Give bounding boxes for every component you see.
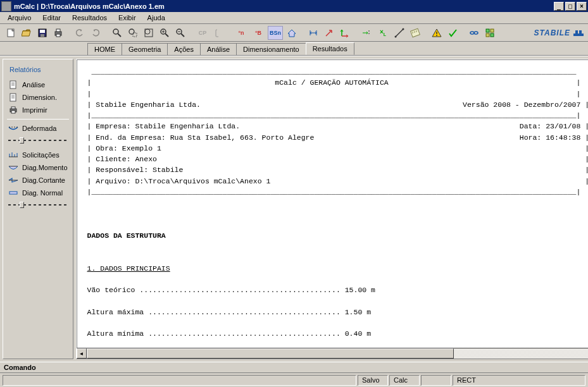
menu-resultados[interactable]: Resultados [67, 13, 112, 23]
grid-icon[interactable] [483, 26, 497, 40]
horizontal-scrollbar[interactable]: ◄ ► [77, 348, 588, 359]
tab-home[interactable]: HOME [87, 43, 122, 55]
undo-icon[interactable] [73, 26, 87, 40]
bar-b-icon[interactable]: °B [251, 26, 266, 40]
menu-arquivo[interactable]: Arquivo [3, 13, 36, 23]
deformada-icon [8, 124, 18, 133]
check-icon[interactable] [446, 26, 460, 40]
open-icon[interactable] [20, 26, 34, 40]
status-bar: Salvo Calc RECT [0, 373, 588, 387]
svg-point-29 [395, 35, 397, 37]
svg-point-30 [403, 28, 404, 30]
redo-icon[interactable] [89, 26, 103, 40]
print-icon[interactable] [51, 26, 65, 40]
zoom-icon[interactable] [110, 26, 124, 40]
scroll-left-icon[interactable]: ◄ [77, 348, 87, 359]
svg-rect-43 [573, 34, 584, 36]
svg-point-37 [470, 32, 474, 34]
app-icon [1, 1, 11, 11]
sidebar-item-solicitacoes[interactable]: Solicitações [6, 149, 70, 161]
save-icon[interactable] [35, 26, 49, 40]
tab-dimensionamento[interactable]: Dimensionamento [236, 43, 306, 55]
sidebar-item-label: Dimension. [22, 94, 57, 101]
sidebar-item-deformada[interactable]: Deformada [6, 122, 70, 135]
svg-rect-46 [10, 81, 16, 89]
svg-rect-65 [9, 192, 17, 194]
svg-rect-42 [491, 34, 494, 37]
measure-icon[interactable] [392, 26, 406, 40]
slider-deformada[interactable] [8, 136, 68, 145]
sidebar-item-label: Imprimir [22, 106, 47, 114]
status-cell-rect: RECT [453, 375, 585, 386]
toolbar: CP °n °B BSn ×L STABILE [0, 24, 588, 42]
brand-icon [573, 29, 584, 37]
sidebar-item-diag-cortante[interactable]: Diag.Cortante [6, 174, 70, 187]
zoom-in-icon[interactable] [158, 26, 172, 40]
sidebar-item-label: Diag. Normal [22, 189, 63, 197]
axis-icon[interactable] [338, 26, 352, 40]
normal-icon [8, 188, 18, 197]
doc-icon [8, 93, 18, 102]
menu-ajuda[interactable]: Ajuda [142, 13, 170, 23]
sidebar-item-label: Diag.Momento [22, 164, 68, 171]
transfer-icon[interactable] [360, 26, 373, 40]
status-cell-main [3, 375, 356, 386]
svg-line-28 [396, 29, 403, 37]
svg-rect-6 [56, 34, 60, 37]
tab-geometria[interactable]: Geometria [122, 43, 168, 55]
content-area: ________________________________________… [76, 59, 588, 359]
sidebar-item-analise[interactable]: Análise [6, 78, 70, 91]
xl-icon[interactable]: ×L [375, 26, 391, 40]
svg-rect-40 [491, 29, 494, 32]
scroll-thumb-h[interactable] [87, 348, 454, 359]
command-label: Comando [4, 364, 36, 371]
sidebar-heading: Relatórios [6, 63, 70, 78]
status-cell-salvo: Salvo [358, 375, 388, 386]
title-bar: mCalc | D:\Troca\Arquivos mCalc\Anexo 1.… [0, 0, 588, 12]
cp-icon[interactable]: CP [195, 26, 210, 40]
distance-icon[interactable] [306, 26, 320, 40]
zoom-window-icon[interactable] [126, 26, 140, 40]
maximize-button[interactable]: □ [565, 2, 575, 11]
close-button[interactable]: × [577, 2, 587, 11]
svg-rect-39 [486, 29, 489, 32]
momento-icon [8, 163, 18, 172]
menu-exibir[interactable]: Exibir [113, 13, 141, 23]
slider-diagrams[interactable] [8, 200, 68, 209]
svg-point-11 [145, 29, 150, 34]
svg-line-23 [326, 30, 332, 36]
bsn-icon[interactable]: BSn [268, 26, 283, 40]
cortante-icon [8, 176, 18, 185]
house-icon[interactable] [285, 26, 299, 40]
svg-point-7 [113, 29, 118, 34]
tab-resultados[interactable]: Resultados [306, 42, 354, 55]
node-n-icon[interactable]: °n [234, 26, 249, 40]
tab-analise[interactable]: Análise [200, 43, 237, 55]
move-arrow-icon[interactable] [322, 26, 336, 40]
svg-rect-5 [56, 29, 60, 32]
warning-icon[interactable] [430, 26, 444, 40]
new-icon[interactable] [4, 26, 18, 40]
sidebar-item-diag-momento[interactable]: Diag.Momento [6, 161, 70, 174]
ruler-icon[interactable] [408, 26, 422, 40]
status-cell-calc: Calc [389, 375, 420, 386]
svg-rect-44 [575, 30, 578, 34]
svg-rect-50 [10, 94, 16, 101]
tab-acoes[interactable]: Ações [167, 43, 201, 55]
minimize-button[interactable]: _ [554, 2, 564, 11]
link-icon[interactable] [467, 26, 481, 40]
solicitacoes-icon [8, 150, 18, 159]
menu-editar[interactable]: Editar [37, 13, 66, 23]
sidebar-item-imprimir[interactable]: Imprimir [6, 104, 70, 116]
sidebar-item-diag-normal[interactable]: Diag. Normal [6, 187, 70, 199]
sidebar-item-label: Análise [22, 81, 45, 89]
svg-line-18 [181, 34, 184, 37]
printer-icon [8, 106, 18, 114]
svg-rect-31 [411, 28, 420, 37]
zoom-out-icon[interactable] [173, 26, 187, 40]
tab-strip: HOME Geometria Ações Análise Dimensionam… [0, 42, 588, 56]
clip-icon[interactable] [212, 26, 226, 40]
zoom-all-icon[interactable] [142, 26, 156, 40]
command-bar[interactable]: Comando [0, 362, 588, 373]
sidebar-item-dimension[interactable]: Dimension. [6, 91, 70, 104]
